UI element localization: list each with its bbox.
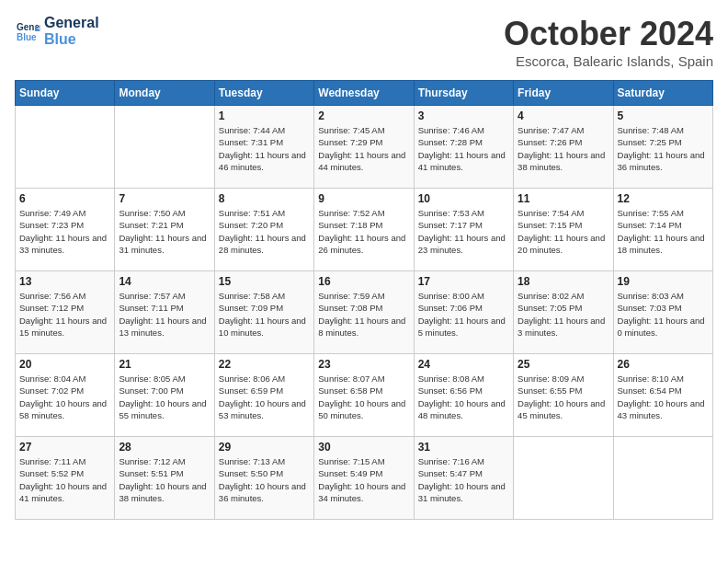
day-number: 5 xyxy=(618,109,709,122)
calendar-cell: 17Sunrise: 8:00 AM Sunset: 7:06 PM Dayli… xyxy=(414,271,513,354)
day-info: Sunrise: 7:11 AM Sunset: 5:52 PM Dayligh… xyxy=(19,455,110,504)
day-info: Sunrise: 7:57 AM Sunset: 7:11 PM Dayligh… xyxy=(119,290,210,339)
day-info: Sunrise: 8:09 AM Sunset: 6:55 PM Dayligh… xyxy=(518,373,609,421)
calendar-cell: 28Sunrise: 7:12 AM Sunset: 5:51 PM Dayli… xyxy=(115,437,214,520)
title-block: October 2024 Escorca, Balearic Islands, … xyxy=(504,15,713,69)
calendar-cell: 7Sunrise: 7:50 AM Sunset: 7:21 PM Daylig… xyxy=(115,189,214,271)
day-info: Sunrise: 7:16 AM Sunset: 5:47 PM Dayligh… xyxy=(418,455,509,504)
calendar-cell: 9Sunrise: 7:52 AM Sunset: 7:18 PM Daylig… xyxy=(314,189,414,271)
day-number: 1 xyxy=(219,109,310,122)
weekday-header: Wednesday xyxy=(314,81,414,106)
day-info: Sunrise: 7:59 AM Sunset: 7:08 PM Dayligh… xyxy=(318,290,409,339)
calendar-cell: 2Sunrise: 7:45 AM Sunset: 7:29 PM Daylig… xyxy=(314,106,414,189)
weekday-header: Saturday xyxy=(613,81,712,106)
calendar-cell: 3Sunrise: 7:46 AM Sunset: 7:28 PM Daylig… xyxy=(414,106,513,189)
calendar-week-row: 1Sunrise: 7:44 AM Sunset: 7:31 PM Daylig… xyxy=(16,106,713,189)
day-info: Sunrise: 7:50 AM Sunset: 7:21 PM Dayligh… xyxy=(119,207,210,256)
day-info: Sunrise: 8:05 AM Sunset: 7:00 PM Dayligh… xyxy=(119,373,210,421)
calendar-cell: 21Sunrise: 8:05 AM Sunset: 7:00 PM Dayli… xyxy=(115,354,214,437)
day-number: 28 xyxy=(119,441,210,454)
calendar-cell: 1Sunrise: 7:44 AM Sunset: 7:31 PM Daylig… xyxy=(214,106,313,189)
calendar-week-row: 6Sunrise: 7:49 AM Sunset: 7:23 PM Daylig… xyxy=(16,189,713,271)
day-number: 15 xyxy=(219,275,310,288)
day-info: Sunrise: 8:00 AM Sunset: 7:06 PM Dayligh… xyxy=(418,290,509,339)
day-info: Sunrise: 7:49 AM Sunset: 7:23 PM Dayligh… xyxy=(19,207,110,256)
calendar-cell: 18Sunrise: 8:02 AM Sunset: 7:05 PM Dayli… xyxy=(514,271,613,354)
day-info: Sunrise: 8:02 AM Sunset: 7:05 PM Dayligh… xyxy=(518,290,609,339)
calendar-cell: 29Sunrise: 7:13 AM Sunset: 5:50 PM Dayli… xyxy=(214,437,313,520)
day-number: 6 xyxy=(19,192,110,205)
day-number: 25 xyxy=(518,358,609,371)
day-number: 23 xyxy=(318,358,409,371)
calendar-cell: 15Sunrise: 7:58 AM Sunset: 7:09 PM Dayli… xyxy=(214,271,313,354)
calendar-cell xyxy=(613,437,712,520)
calendar-cell: 6Sunrise: 7:49 AM Sunset: 7:23 PM Daylig… xyxy=(16,189,115,271)
calendar-cell: 31Sunrise: 7:16 AM Sunset: 5:47 PM Dayli… xyxy=(414,437,513,520)
day-number: 22 xyxy=(219,358,310,371)
calendar-cell: 8Sunrise: 7:51 AM Sunset: 7:20 PM Daylig… xyxy=(214,189,313,271)
weekday-header: Tuesday xyxy=(214,81,313,106)
day-number: 29 xyxy=(219,441,310,454)
calendar-cell: 25Sunrise: 8:09 AM Sunset: 6:55 PM Dayli… xyxy=(514,354,613,437)
calendar-cell: 20Sunrise: 8:04 AM Sunset: 7:02 PM Dayli… xyxy=(16,354,115,437)
day-info: Sunrise: 7:46 AM Sunset: 7:28 PM Dayligh… xyxy=(418,124,509,173)
calendar-cell: 19Sunrise: 8:03 AM Sunset: 7:03 PM Dayli… xyxy=(613,271,712,354)
day-info: Sunrise: 7:51 AM Sunset: 7:20 PM Dayligh… xyxy=(219,207,310,256)
day-number: 17 xyxy=(418,275,509,288)
calendar-cell: 12Sunrise: 7:55 AM Sunset: 7:14 PM Dayli… xyxy=(613,189,712,271)
day-info: Sunrise: 8:04 AM Sunset: 7:02 PM Dayligh… xyxy=(19,373,110,421)
calendar-cell: 14Sunrise: 7:57 AM Sunset: 7:11 PM Dayli… xyxy=(115,271,214,354)
location-title: Escorca, Balearic Islands, Spain xyxy=(504,53,713,69)
day-number: 10 xyxy=(418,192,509,205)
day-number: 8 xyxy=(219,192,310,205)
day-number: 16 xyxy=(318,275,409,288)
day-number: 14 xyxy=(119,275,210,288)
day-info: Sunrise: 8:08 AM Sunset: 6:56 PM Dayligh… xyxy=(418,373,509,421)
day-info: Sunrise: 7:13 AM Sunset: 5:50 PM Dayligh… xyxy=(219,455,310,504)
calendar-cell: 27Sunrise: 7:11 AM Sunset: 5:52 PM Dayli… xyxy=(16,437,115,520)
calendar-cell: 5Sunrise: 7:48 AM Sunset: 7:25 PM Daylig… xyxy=(613,106,712,189)
day-number: 3 xyxy=(418,109,509,122)
calendar-cell xyxy=(115,106,214,189)
day-number: 2 xyxy=(318,109,409,122)
day-info: Sunrise: 7:15 AM Sunset: 5:49 PM Dayligh… xyxy=(318,455,409,504)
day-number: 21 xyxy=(119,358,210,371)
day-info: Sunrise: 8:10 AM Sunset: 6:54 PM Dayligh… xyxy=(618,373,709,421)
logo-icon: General Blue xyxy=(15,18,40,44)
calendar-cell: 26Sunrise: 8:10 AM Sunset: 6:54 PM Dayli… xyxy=(613,354,712,437)
day-number: 18 xyxy=(518,275,609,288)
calendar-cell: 23Sunrise: 8:07 AM Sunset: 6:58 PM Dayli… xyxy=(314,354,414,437)
day-number: 20 xyxy=(19,358,110,371)
calendar-cell: 30Sunrise: 7:15 AM Sunset: 5:49 PM Dayli… xyxy=(314,437,414,520)
calendar-cell: 10Sunrise: 7:53 AM Sunset: 7:17 PM Dayli… xyxy=(414,189,513,271)
calendar-cell: 16Sunrise: 7:59 AM Sunset: 7:08 PM Dayli… xyxy=(314,271,414,354)
day-info: Sunrise: 7:54 AM Sunset: 7:15 PM Dayligh… xyxy=(518,207,609,256)
day-info: Sunrise: 8:07 AM Sunset: 6:58 PM Dayligh… xyxy=(318,373,409,421)
calendar-cell xyxy=(514,437,613,520)
logo-line1: General xyxy=(44,15,99,31)
calendar-cell: 13Sunrise: 7:56 AM Sunset: 7:12 PM Dayli… xyxy=(16,271,115,354)
page-header: General Blue General Blue October 2024 E… xyxy=(15,15,713,69)
calendar-cell: 24Sunrise: 8:08 AM Sunset: 6:56 PM Dayli… xyxy=(414,354,513,437)
day-number: 9 xyxy=(318,192,409,205)
day-info: Sunrise: 7:56 AM Sunset: 7:12 PM Dayligh… xyxy=(19,290,110,339)
calendar-week-row: 13Sunrise: 7:56 AM Sunset: 7:12 PM Dayli… xyxy=(16,271,713,354)
calendar-cell: 11Sunrise: 7:54 AM Sunset: 7:15 PM Dayli… xyxy=(514,189,613,271)
day-number: 31 xyxy=(418,441,509,454)
weekday-header: Sunday xyxy=(16,81,115,106)
day-info: Sunrise: 7:48 AM Sunset: 7:25 PM Dayligh… xyxy=(618,124,709,173)
weekday-header: Thursday xyxy=(414,81,513,106)
day-number: 19 xyxy=(618,275,709,288)
calendar-cell xyxy=(16,106,115,189)
weekday-header: Friday xyxy=(514,81,613,106)
day-info: Sunrise: 7:44 AM Sunset: 7:31 PM Dayligh… xyxy=(219,124,310,173)
day-info: Sunrise: 7:47 AM Sunset: 7:26 PM Dayligh… xyxy=(518,124,609,173)
calendar-cell: 22Sunrise: 8:06 AM Sunset: 6:59 PM Dayli… xyxy=(214,354,313,437)
day-info: Sunrise: 7:58 AM Sunset: 7:09 PM Dayligh… xyxy=(219,290,310,339)
calendar-header: SundayMondayTuesdayWednesdayThursdayFrid… xyxy=(16,81,713,106)
svg-text:Blue: Blue xyxy=(17,32,37,42)
day-number: 12 xyxy=(618,192,709,205)
day-info: Sunrise: 7:55 AM Sunset: 7:14 PM Dayligh… xyxy=(618,207,709,256)
day-number: 11 xyxy=(518,192,609,205)
month-title: October 2024 xyxy=(504,15,713,53)
